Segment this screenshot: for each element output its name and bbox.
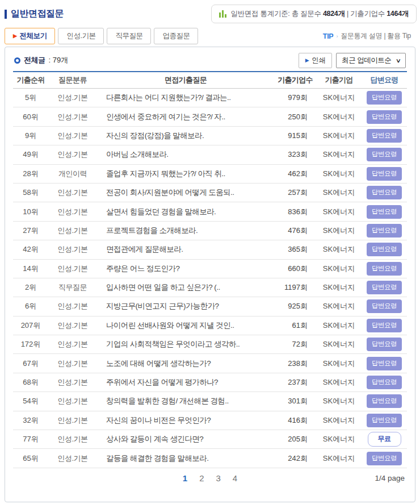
row-question-link[interactable]: 주량은 어느 정도인가? (97, 264, 274, 274)
table-row: 65위 인성.기본 갈등을 해결한 경험을 말해보라. 242회 SK에너지 답… (13, 449, 407, 468)
row-company: SK에너지 (316, 282, 362, 293)
row-rank: 49위 (13, 149, 48, 160)
row-company: SK에너지 (316, 359, 362, 369)
row-category: 인성.기본 (48, 131, 97, 141)
page-number-1[interactable]: 1 (183, 473, 187, 483)
row-question-link[interactable]: 주위에서 자신을 어떻게 평가하나? (97, 377, 274, 388)
answer-guide-button[interactable]: 답변요령 (367, 167, 402, 181)
row-question-link[interactable]: 졸업후 지금까지 뭐했는가?/ 아직 취.. (97, 169, 274, 179)
row-count: 242회 (274, 453, 316, 464)
row-rank: 207위 (13, 320, 48, 331)
row-rank: 28위 (13, 169, 48, 179)
page-number-3[interactable]: 3 (216, 473, 221, 483)
bullet-circle-icon (14, 57, 20, 64)
row-question-link[interactable]: 입사하면 어떤 일을 하고 싶은가? (.. (97, 282, 274, 293)
tabs: ▶ 전체보기 인성.기본 직무질문 업종질문 (5, 28, 198, 44)
row-count: 462회 (274, 169, 316, 179)
row-count: 205회 (274, 434, 316, 444)
col-question: 면접기출질문 (97, 75, 274, 85)
answer-guide-button[interactable]: 답변요령 (367, 91, 402, 105)
answer-guide-button[interactable]: 답변요령 (367, 262, 402, 276)
free-view-button[interactable]: 무료 (368, 432, 401, 447)
row-question-link[interactable]: 면접관에게 질문해보라. (97, 244, 274, 255)
col-count: 기출기업수 (274, 75, 316, 85)
row-action-cell: 답변요령 (362, 394, 407, 408)
row-question-link[interactable]: 갈등을 해결한 경험을 말해보라. (97, 453, 274, 464)
answer-guide-button[interactable]: 답변요령 (367, 452, 402, 465)
row-question-link[interactable]: 자신의 꿈이나 비전은 무엇인가? (97, 415, 274, 426)
row-question-link[interactable]: 자신의 장점(강점)을 말해보라. (97, 131, 274, 141)
row-question-link[interactable]: 전공이 회사/지원분야에 어떻게 도움되.. (97, 188, 274, 198)
stats-summary-box: 일반면접 통계기준: 총 질문수 4824개 | 기출기업수 1464개 (211, 5, 417, 23)
pagination-zone: 1 2 3 4 1/4 page (13, 473, 407, 487)
page: 일반면접질문 일반면접 통계기준: 총 질문수 4824개 | 기출기업수 14… (0, 0, 420, 502)
table-row: 67위 인성.기본 노조에 대해 어떻게 생각하는가? 238회 SK에너지 답… (13, 354, 407, 373)
tab-personality[interactable]: 인성.기본 (58, 28, 104, 44)
row-question-link[interactable]: 인생에서 중요하게 여기는 것은?/ 자.. (97, 112, 274, 122)
row-rank: 9위 (13, 131, 48, 141)
row-question-link[interactable]: 노조에 대해 어떻게 생각하는가? (97, 359, 274, 369)
answer-guide-button[interactable]: 답변요령 (367, 205, 402, 219)
play-arrow-icon: ▶ (305, 57, 309, 63)
answer-guide-button[interactable]: 답변요령 (367, 299, 402, 313)
page-number-2[interactable]: 2 (199, 473, 204, 483)
page-title-text: 일반면접질문 (11, 8, 64, 20)
row-count: 61회 (274, 320, 316, 331)
row-category: 인성.기본 (48, 149, 97, 160)
row-question-link[interactable]: 나이어린 선배사원와 어떻게 지낼 것인.. (97, 320, 274, 331)
play-arrow-icon: ▶ (13, 34, 16, 39)
sort-dropdown[interactable]: 최근 업데이트순 ∨ (336, 53, 406, 68)
stats-text: 일반면접 통계기준: 총 질문수 4824개 | 기출기업수 1464개 (231, 9, 409, 19)
table-row: 9위 인성.기본 자신의 장점(강점)을 말해보라. 915회 SK에너지 답변… (13, 127, 407, 145)
col-company: 기출기업 (316, 75, 362, 85)
answer-guide-button[interactable]: 답변요령 (367, 186, 402, 199)
row-question-link[interactable]: 기업의 사회적책임은 무엇이라고 생각하.. (97, 339, 274, 349)
page-number-4[interactable]: 4 (233, 473, 237, 483)
answer-guide-button[interactable]: 답변요령 (367, 376, 402, 389)
table-row: 14위 인성.기본 주량은 어느 정도인가? 660회 SK에너지 답변요령 (13, 260, 407, 278)
answer-guide-button[interactable]: 답변요령 (367, 110, 402, 124)
row-rank: 27위 (13, 226, 48, 236)
row-action-cell: 무료 (362, 432, 407, 447)
row-question-link[interactable]: 아버님 소개해보라. (97, 149, 274, 160)
row-company: SK에너지 (316, 301, 362, 311)
row-count: 250회 (274, 112, 316, 122)
row-question-link[interactable]: 지방근무(비연고지 근무)가능한가? (97, 301, 274, 311)
row-category: 인성.기본 (48, 339, 97, 349)
row-company: SK에너지 (316, 131, 362, 141)
answer-guide-button[interactable]: 답변요령 (367, 129, 402, 143)
row-action-cell: 답변요령 (362, 243, 407, 256)
print-button[interactable]: ▶ 인쇄 (299, 53, 332, 68)
row-category: 인성.기본 (48, 301, 97, 311)
answer-guide-button[interactable]: 답변요령 (367, 357, 402, 370)
row-company: SK에너지 (316, 112, 362, 122)
tip-links[interactable]: 질문통계 설명 | 활용 Tip (341, 31, 411, 41)
row-question-link[interactable]: 살면서 힘들었던 경험을 말해보라. (97, 207, 274, 217)
row-question-link[interactable]: 프로젝트경험을 소개해보라. (97, 226, 274, 236)
tab-all[interactable]: ▶ 전체보기 (5, 28, 55, 44)
row-question-link[interactable]: 창의력을 발휘한 경험/ 개선해본 경험.. (97, 396, 274, 406)
answer-guide-button[interactable]: 답변요령 (367, 281, 402, 294)
answer-guide-button[interactable]: 답변요령 (367, 414, 402, 427)
answer-guide-button[interactable]: 답변요령 (367, 338, 402, 351)
answer-guide-button[interactable]: 답변요령 (367, 394, 402, 408)
row-action-cell: 답변요령 (362, 319, 407, 332)
tab-industry[interactable]: 업종질문 (154, 28, 198, 44)
answer-guide-button[interactable]: 답변요령 (367, 243, 402, 256)
row-count: 301회 (274, 396, 316, 406)
tab-job[interactable]: 직무질문 (107, 28, 151, 44)
row-question-link[interactable]: 상사와 갈등이 계속 생긴다면? (97, 434, 274, 444)
row-action-cell: 답변요령 (362, 452, 407, 465)
row-count: 925회 (274, 301, 316, 311)
table-row: 49위 인성.기본 아버님 소개해보라. 323회 SK에너지 답변요령 (13, 145, 407, 164)
row-count: 476회 (274, 226, 316, 236)
row-rank: 14위 (13, 264, 48, 274)
row-count: 915회 (274, 131, 316, 141)
answer-guide-button[interactable]: 답변요령 (367, 224, 402, 238)
row-company: SK에너지 (316, 149, 362, 160)
table-body: 5위 인성.기본 다른회사는 어디 지원했는가?/ 결과는.. 979회 SK에… (13, 89, 407, 468)
row-question-link[interactable]: 다른회사는 어디 지원했는가?/ 결과는.. (97, 93, 274, 103)
answer-guide-button[interactable]: 답변요령 (367, 148, 402, 161)
row-count: 1197회 (274, 282, 316, 293)
answer-guide-button[interactable]: 답변요령 (367, 319, 402, 332)
